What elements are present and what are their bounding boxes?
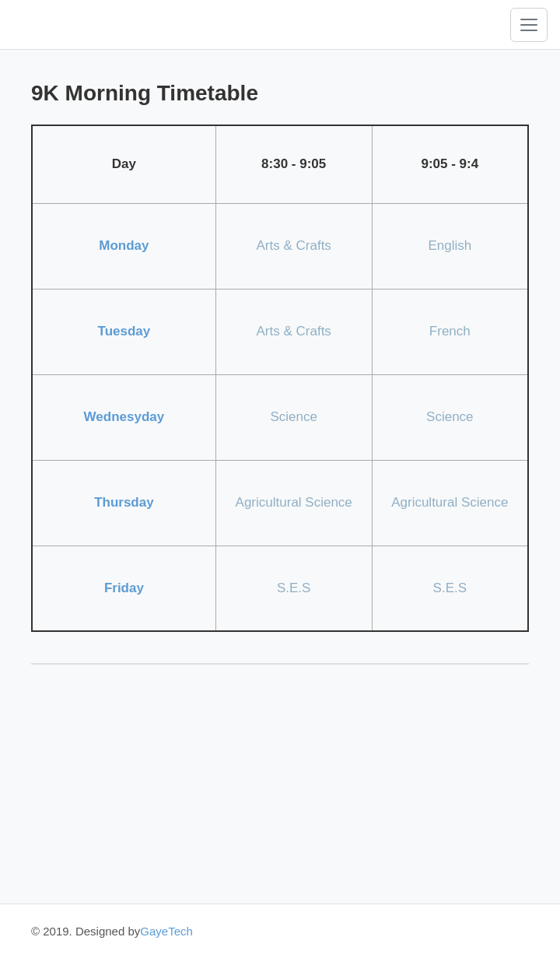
col-header-day: Day bbox=[32, 125, 215, 203]
subject-cell-row3-col2: Agricultural Science bbox=[215, 460, 372, 546]
day-cell-wednesyday: Wednesyday bbox=[32, 374, 215, 460]
subject-cell-row1-col2: Arts & Crafts bbox=[215, 289, 372, 374]
subject-cell-row4-col2: S.E.S bbox=[215, 546, 372, 631]
table-row: MondayArts & CraftsEnglish bbox=[32, 203, 528, 289]
day-cell-tuesday: Tuesday bbox=[32, 289, 215, 374]
subject-cell-row4-col3: S.E.S bbox=[372, 546, 528, 631]
subject-cell-row1-col3: French bbox=[372, 289, 528, 374]
table-row: WednesydayScienceScience bbox=[32, 374, 528, 460]
footer: © 2019. Designed by GayeTech bbox=[0, 904, 560, 958]
day-cell-thursday: Thursday bbox=[32, 460, 215, 546]
table-row: TuesdayArts & CraftsFrench bbox=[32, 289, 528, 374]
table-row: FridayS.E.SS.E.S bbox=[32, 546, 528, 631]
table-header-row: Day 8:30 - 9:05 9:05 - 9:4 bbox=[32, 125, 528, 203]
timetable: Day 8:30 - 9:05 9:05 - 9:4 MondayArts & … bbox=[31, 125, 529, 632]
hamburger-button[interactable] bbox=[510, 8, 548, 42]
day-cell-monday: Monday bbox=[32, 203, 215, 289]
col-header-time1: 8:30 - 9:05 bbox=[215, 125, 372, 203]
footer-link[interactable]: GayeTech bbox=[140, 925, 193, 938]
subject-cell-row2-col3: Science bbox=[372, 374, 528, 460]
main-content: 9K Morning Timetable Day 8:30 - 9:05 9:0… bbox=[0, 50, 560, 696]
day-cell-friday: Friday bbox=[32, 546, 215, 631]
hamburger-line-3 bbox=[520, 30, 537, 31]
navbar bbox=[0, 0, 560, 50]
subject-cell-row3-col3: Agricultural Science bbox=[372, 460, 528, 546]
col-header-time2: 9:05 - 9:4 bbox=[372, 125, 528, 203]
page-title: 9K Morning Timetable bbox=[31, 81, 529, 106]
subject-cell-row0-col2: Arts & Crafts bbox=[215, 203, 372, 289]
section-separator bbox=[31, 663, 529, 665]
hamburger-line-1 bbox=[520, 19, 537, 20]
hamburger-line-2 bbox=[520, 24, 537, 26]
subject-cell-row2-col2: Science bbox=[215, 374, 372, 460]
footer-text: © 2019. Designed by bbox=[31, 925, 140, 938]
table-row: ThursdayAgricultural ScienceAgricultural… bbox=[32, 460, 528, 546]
timetable-wrapper: Day 8:30 - 9:05 9:05 - 9:4 MondayArts & … bbox=[31, 125, 529, 632]
subject-cell-row0-col3: English bbox=[372, 203, 528, 289]
